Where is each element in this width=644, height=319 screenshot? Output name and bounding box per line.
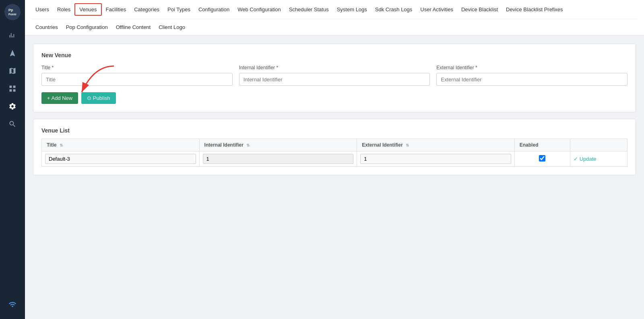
nav-client-logo[interactable]: Client Logo (155, 22, 189, 33)
internal-identifier-input[interactable] (239, 73, 430, 86)
new-venue-card: New Venue Title * Internal Identifier * … (33, 44, 636, 112)
nav-venues[interactable]: Venues (74, 3, 101, 16)
nav-countries[interactable]: Countries (31, 22, 62, 33)
row-external-input[interactable] (360, 154, 511, 164)
chart-sidebar-icon[interactable] (5, 28, 20, 43)
form-fields-row: Title * Internal Identifier * External I… (41, 65, 627, 86)
nav-row-2: Countries Pop Configuration Offline Cont… (31, 19, 638, 35)
nav-configuration[interactable]: Configuration (194, 4, 233, 15)
nav-row-1: Users Roles Venues Facilities Categories… (31, 0, 638, 19)
row-update-cell: ✓ Update (570, 151, 627, 167)
title-form-group: Title * (41, 65, 233, 86)
external-identifier-input[interactable] (436, 73, 627, 86)
nav-offline-content[interactable]: Offline Content (112, 22, 155, 33)
col-internal: Internal Identifier ⇅ (199, 139, 357, 151)
col-actions (570, 139, 627, 151)
col-external: External Identifier ⇅ (357, 139, 515, 151)
venue-list-card: Venue List Title ⇅ Internal Identifier ⇅ (33, 119, 636, 175)
table-row: ✓ Update (42, 151, 627, 167)
nav-sdk-crash-logs[interactable]: Sdk Crash Logs (371, 4, 417, 15)
nav-roles[interactable]: Roles (53, 4, 74, 15)
row-internal-cell (199, 151, 357, 167)
sidebar-bottom (5, 297, 20, 315)
internal-identifier-form-group: Internal Identifier * (239, 65, 430, 86)
title-input[interactable] (41, 73, 233, 86)
app-logo[interactable]: PpPointr (4, 4, 21, 20)
col-enabled: Enabled (514, 139, 570, 151)
action-buttons: + Add New ⊙ Publish (41, 92, 116, 104)
nav-poi-types[interactable]: Poi Types (163, 4, 194, 15)
venue-list-title: Venue List (41, 127, 627, 134)
table-header-row: Title ⇅ Internal Identifier ⇅ External I… (42, 139, 627, 151)
venue-table: Title ⇅ Internal Identifier ⇅ External I… (41, 139, 627, 167)
nav-user-activities[interactable]: User Activities (416, 4, 457, 15)
col-title: Title ⇅ (42, 139, 200, 151)
internal-sort-icon[interactable]: ⇅ (246, 143, 250, 147)
nav-system-logs[interactable]: System Logs (333, 4, 371, 15)
nav-web-configuration[interactable]: Web Configuration (233, 4, 285, 15)
map-sidebar-icon[interactable] (5, 64, 20, 78)
top-navigation: Users Roles Venues Facilities Categories… (25, 0, 644, 35)
wifi-sidebar-icon[interactable] (5, 297, 20, 312)
nav-scheduler-status[interactable]: Scheduler Status (285, 4, 333, 15)
row-title-input[interactable] (45, 154, 196, 164)
external-identifier-form-group: External Identifier * (436, 65, 627, 86)
nav-device-blacklist-prefixes[interactable]: Device Blacklist Prefixes (502, 4, 567, 15)
row-title-cell (42, 151, 200, 167)
nav-pop-configuration[interactable]: Pop Configuration (62, 22, 112, 33)
add-new-button[interactable]: + Add New (41, 92, 78, 104)
settings-sidebar-icon[interactable] (5, 99, 20, 114)
update-button[interactable]: ✓ Update (574, 156, 597, 162)
nav-device-blacklist[interactable]: Device Blacklist (457, 4, 502, 15)
page-content: New Venue Title * Internal Identifier * … (25, 35, 644, 319)
new-venue-title: New Venue (41, 52, 627, 58)
publish-button[interactable]: ⊙ Publish (81, 92, 116, 104)
main-content: Users Roles Venues Facilities Categories… (25, 0, 644, 319)
grid-sidebar-icon[interactable] (5, 81, 20, 96)
title-label: Title * (41, 65, 233, 70)
external-identifier-label: External Identifier * (436, 65, 627, 70)
row-internal-input[interactable] (203, 154, 354, 164)
sidebar: PpPointr (0, 0, 25, 319)
row-enabled-cell (514, 151, 570, 167)
nav-users[interactable]: Users (31, 4, 53, 15)
row-external-cell (357, 151, 515, 167)
navigation-sidebar-icon[interactable] (5, 46, 20, 60)
nav-categories[interactable]: Categories (130, 4, 163, 15)
external-sort-icon[interactable]: ⇅ (406, 143, 409, 147)
search-sidebar-icon[interactable] (5, 117, 20, 131)
row-enabled-checkbox[interactable] (539, 155, 545, 162)
internal-identifier-label: Internal Identifier * (239, 65, 430, 70)
nav-facilities[interactable]: Facilities (102, 4, 130, 15)
title-sort-icon[interactable]: ⇅ (60, 143, 63, 147)
